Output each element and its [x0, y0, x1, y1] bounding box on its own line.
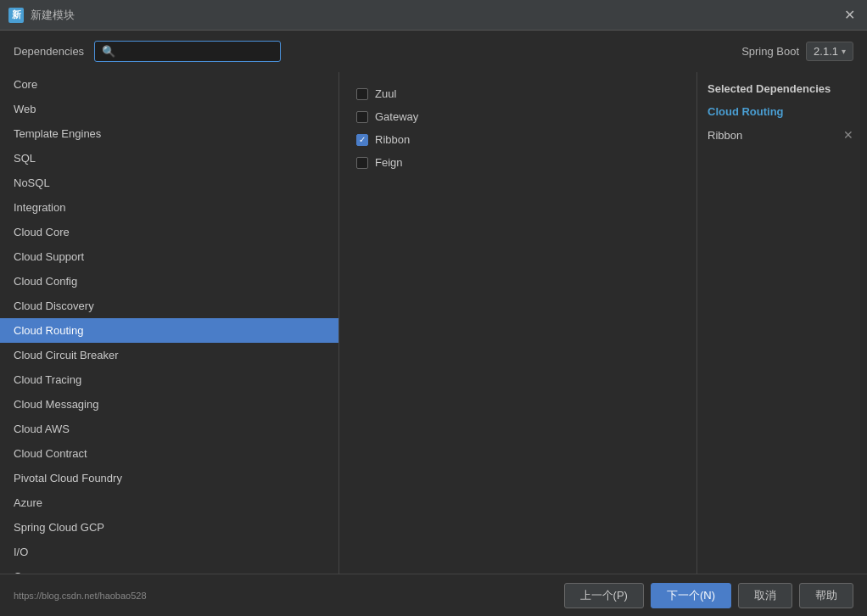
url-hint: https://blog.csdn.net/haobao528 [14, 591, 147, 601]
main-content: Dependencies 🔍 Spring Boot 2.1.1 ▾ CoreW… [0, 31, 867, 616]
sidebar-item-pivotal-cloud-foundry[interactable]: Pivotal Cloud Foundry [0, 466, 338, 490]
close-button[interactable]: ✕ [841, 7, 859, 24]
sidebar-item-cloud-core[interactable]: Cloud Core [0, 220, 338, 244]
sidebar-item-cloud-support[interactable]: Cloud Support [0, 244, 338, 269]
bottom-bar: https://blog.csdn.net/haobao528 上一个(P) 下… [0, 574, 867, 616]
dependency-list: ZuulGatewayRibbonFeign [339, 72, 697, 574]
dep-checkbox-feign[interactable] [356, 157, 368, 169]
dep-item-ribbon[interactable]: Ribbon [353, 128, 683, 151]
sidebar-item-integration[interactable]: Integration [0, 195, 338, 220]
selected-dependencies-panel: Selected Dependencies Cloud Routing Ribb… [697, 72, 867, 574]
sidebar-item-template-engines[interactable]: Template Engines [0, 121, 338, 146]
top-bar: Dependencies 🔍 Spring Boot 2.1.1 ▾ [0, 31, 867, 72]
help-button[interactable]: 帮助 [799, 583, 853, 608]
prev-button[interactable]: 上一个(P) [564, 583, 644, 608]
sidebar-item-web[interactable]: Web [0, 97, 338, 121]
sidebar-item-cloud-routing[interactable]: Cloud Routing [0, 318, 338, 343]
sidebar-item-nosql[interactable]: NoSQL [0, 171, 338, 195]
category-list: CoreWebTemplate EnginesSQLNoSQLIntegrati… [0, 72, 339, 574]
sidebar-item-cloud-discovery[interactable]: Cloud Discovery [0, 294, 338, 318]
window-title: 新建模块 [31, 8, 75, 23]
dep-item-gateway[interactable]: Gateway [353, 105, 683, 128]
search-icon: 🔍 [102, 45, 115, 58]
cancel-button[interactable]: 取消 [738, 583, 792, 608]
dep-label-gateway: Gateway [375, 110, 418, 123]
dep-checkbox-gateway[interactable] [356, 111, 368, 123]
spring-boot-version-select[interactable]: 2.1.1 ▾ [806, 42, 853, 61]
selected-category-label: Cloud Routing [708, 105, 857, 118]
sidebar-item-azure[interactable]: Azure [0, 490, 338, 515]
dep-checkbox-zuul[interactable] [356, 88, 368, 100]
sidebar-item-ops[interactable]: Ops [0, 564, 338, 574]
sidebar-item-cloud-contract[interactable]: Cloud Contract [0, 441, 338, 466]
titlebar-left: 新 新建模块 [8, 8, 75, 23]
sidebar-item-cloud-circuit-breaker[interactable]: Cloud Circuit Breaker [0, 343, 338, 367]
spring-boot-label: Spring Boot [741, 45, 799, 58]
sidebar-item-spring-cloud-gcp[interactable]: Spring Cloud GCP [0, 515, 338, 540]
search-input[interactable] [120, 45, 273, 58]
sidebar-item-io[interactable]: I/O [0, 540, 338, 564]
selected-dep-name: Ribbon [708, 129, 742, 142]
dep-label-ribbon: Ribbon [375, 133, 410, 146]
sidebar-item-cloud-tracing[interactable]: Cloud Tracing [0, 367, 338, 392]
sidebar-item-cloud-messaging[interactable]: Cloud Messaging [0, 392, 338, 417]
sidebar-item-cloud-aws[interactable]: Cloud AWS [0, 417, 338, 441]
search-box[interactable]: 🔍 [94, 41, 281, 62]
dep-label-feign: Feign [375, 156, 403, 169]
sidebar-item-sql[interactable]: SQL [0, 146, 338, 171]
spring-boot-group: Spring Boot 2.1.1 ▾ [741, 42, 853, 61]
dep-item-feign[interactable]: Feign [353, 151, 683, 174]
dep-label-zuul: Zuul [375, 87, 396, 100]
dropdown-arrow-icon: ▾ [842, 47, 846, 56]
app-icon: 新 [8, 8, 24, 23]
dep-item-zuul[interactable]: Zuul [353, 82, 683, 105]
dep-checkbox-ribbon[interactable] [356, 134, 368, 146]
spring-boot-version-value: 2.1.1 [814, 45, 838, 58]
selected-dependencies-title: Selected Dependencies [708, 82, 857, 95]
next-button[interactable]: 下一个(N) [651, 583, 731, 608]
panels: CoreWebTemplate EnginesSQLNoSQLIntegrati… [0, 72, 867, 574]
sidebar-item-cloud-config[interactable]: Cloud Config [0, 269, 338, 294]
selected-dep-item: Ribbon✕ [708, 125, 857, 145]
titlebar: 新 新建模块 ✕ [0, 0, 867, 31]
selected-dep-remove-button[interactable]: ✕ [840, 128, 857, 142]
dependencies-label: Dependencies [14, 45, 84, 58]
sidebar-item-core[interactable]: Core [0, 72, 338, 97]
